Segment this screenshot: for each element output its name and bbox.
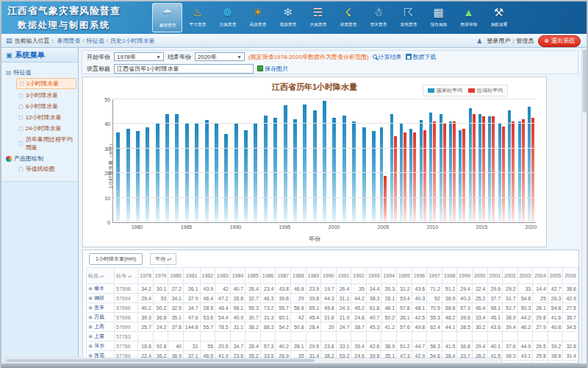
- station-name-cell[interactable]: ◉上栗: [87, 332, 115, 342]
- horizontal-scrollbar-thumb[interactable]: [6, 359, 315, 362]
- col-header-year[interactable]: 1997: [427, 268, 442, 284]
- col-header-year[interactable]: 2004: [533, 268, 548, 284]
- radio-icon[interactable]: ◉: [88, 333, 93, 339]
- station-name-cell[interactable]: ◉万载: [87, 313, 115, 322]
- value-cell: 23.4: [260, 284, 276, 294]
- value-cell: 48.2: [442, 313, 457, 322]
- value-cell: [503, 332, 518, 342]
- save-image-button[interactable]: 保存图片: [257, 65, 288, 73]
- file-icon: ▢: [18, 93, 24, 99]
- radio-icon[interactable]: ◉: [88, 305, 93, 310]
- toolbar-item-雪灾普查[interactable]: ☃雪灾普查: [363, 3, 393, 32]
- breadcrumb-item[interactable]: 特征值: [87, 38, 104, 44]
- radio-icon[interactable]: ◉: [88, 353, 93, 358]
- col-header-station[interactable]: 站点 ▴▾: [87, 268, 115, 284]
- col-header-year[interactable]: 1988: [291, 268, 306, 284]
- toolbar-item-干旱普查[interactable]: ♨干旱普查: [182, 3, 212, 32]
- sidebar-item-24小时降水量[interactable]: ▢24小时降水量: [16, 124, 76, 133]
- col-header-year[interactable]: 1989: [306, 268, 321, 284]
- station-name-cell[interactable]: ◉修水: [87, 284, 115, 294]
- x-tick-label: 1990: [230, 224, 242, 230]
- value-cell: [230, 332, 245, 342]
- toolbar-item-大风普查[interactable]: ☴大风普查: [303, 3, 333, 32]
- regional-bar: [462, 129, 465, 222]
- col-header-year[interactable]: 1999: [457, 268, 473, 284]
- toolbar-item-系统设置[interactable]: ⚒系统设置: [484, 3, 514, 32]
- sidebar-item-历年暴雨过程平均雨量[interactable]: ▢历年暴雨过程平均雨量: [16, 135, 76, 152]
- horizontal-scrollbar[interactable]: [4, 358, 501, 364]
- col-header-year[interactable]: 1995: [397, 268, 412, 284]
- col-header-year[interactable]: 1982: [200, 268, 215, 284]
- value-cell: 55: [200, 342, 215, 351]
- col-header-year[interactable]: 1994: [381, 268, 397, 284]
- toolbar-item-图形审核[interactable]: ▲图形审核: [453, 3, 484, 32]
- sidebar-item-3小时降水量[interactable]: ▢3小时降水量: [16, 91, 76, 100]
- value-cell: 58.8: [291, 303, 306, 313]
- toolbar-item-label: 干旱普查: [189, 21, 206, 28]
- col-header-year[interactable]: 2006: [563, 268, 578, 284]
- col-header-year[interactable]: 1992: [351, 268, 367, 284]
- col-header-year[interactable]: 1979: [153, 268, 168, 284]
- sidebar-group-特征值[interactable]: ▤特征值: [6, 68, 76, 77]
- radio-icon[interactable]: ◉: [88, 295, 93, 300]
- col-header-year[interactable]: 2005: [548, 268, 563, 284]
- calc-result-button[interactable]: 计算结果: [373, 53, 402, 61]
- col-header-year[interactable]: 1978: [138, 268, 154, 284]
- col-header-station-id[interactable]: 站号 ▴▾: [115, 268, 138, 284]
- sidebar-item-12小时降水量[interactable]: ▢12小时降水量: [16, 113, 76, 122]
- value-cell: [548, 332, 563, 342]
- radio-icon[interactable]: ◉: [88, 314, 93, 319]
- radio-icon[interactable]: ◉: [88, 324, 93, 329]
- toolbar-item-台风普查[interactable]: ☸台风普查: [212, 3, 243, 32]
- vertical-scrollbar-thumb[interactable]: [583, 49, 587, 113]
- col-header-year[interactable]: 1990: [321, 268, 337, 284]
- bar-group-1987: [201, 99, 211, 222]
- col-header-year[interactable]: 2003: [517, 268, 533, 284]
- col-header-year[interactable]: 1984: [230, 268, 245, 284]
- col-header-year[interactable]: 2001: [487, 268, 503, 284]
- toolbar-item-暴雨普查[interactable]: ☂暴雨普查: [152, 3, 182, 32]
- x-tick-label: 2010: [427, 224, 439, 230]
- col-header-year[interactable]: 1981: [184, 268, 201, 284]
- col-header-year[interactable]: 1993: [366, 268, 381, 284]
- col-header-year[interactable]: 1987: [276, 268, 291, 284]
- col-header-year[interactable]: 1996: [412, 268, 427, 284]
- station-name-cell[interactable]: ◉上高: [87, 322, 115, 332]
- metric-button[interactable]: 1小时降水量(mm): [89, 253, 143, 265]
- sidebar-group-产品图绘制[interactable]: 产品图绘制: [6, 155, 76, 163]
- data-download-button[interactable]: 数据下载: [406, 53, 437, 61]
- radio-icon[interactable]: ◉: [88, 343, 93, 348]
- col-header-year[interactable]: 1985: [245, 268, 261, 284]
- sidebar-item-6小时降水量[interactable]: ▢6小时降水量: [16, 102, 76, 111]
- vertical-scrollbar[interactable]: [581, 48, 587, 364]
- breadcrumb-item[interactable]: 历史1小时降水量: [110, 38, 154, 44]
- col-header-year[interactable]: 1983: [215, 268, 231, 284]
- start-year-select[interactable]: 1978年 ▼: [114, 52, 164, 61]
- col-header-year[interactable]: 1998: [442, 268, 457, 284]
- end-year-select[interactable]: 2020年 ▼: [195, 52, 245, 61]
- breadcrumb-item[interactable]: 暴雨普查: [57, 38, 81, 44]
- col-header-year[interactable]: 1991: [336, 268, 351, 284]
- toolbar-item-综合风险[interactable]: ▦综合风险: [423, 3, 453, 32]
- value-cell: 43.1: [517, 351, 533, 361]
- toolbar-item-高温普查[interactable]: ☀高温普查: [243, 3, 273, 32]
- station-name-cell[interactable]: ◉铜鼓: [87, 294, 115, 303]
- sidebar-item-1小时降水量[interactable]: ▢1小时降水量: [16, 78, 76, 89]
- sort-year-dropdown[interactable]: 年份 ▴▾: [150, 253, 176, 265]
- sidebar-item-等值线绘图[interactable]: ▢等值线绘图: [16, 164, 76, 174]
- toolbar-item-雷电普查[interactable]: ☈雷电普查: [393, 3, 423, 32]
- value-cell: 60.1: [276, 313, 291, 322]
- col-header-year[interactable]: 2002: [503, 268, 518, 284]
- chart-title-input[interactable]: [114, 64, 254, 74]
- col-header-year[interactable]: 1986: [260, 268, 276, 284]
- logout-button[interactable]: ⊗ 退出系统: [538, 35, 581, 47]
- value-cell: 47.2: [215, 294, 231, 303]
- station-name-cell[interactable]: ◉萍乡: [87, 342, 115, 351]
- value-cell: 48.1: [412, 303, 427, 313]
- toolbar-item-低温普查[interactable]: ❄低温普查: [273, 3, 303, 32]
- radio-icon[interactable]: ◉: [88, 286, 93, 291]
- toolbar-item-冰雹普查[interactable]: ☇冰雹普查: [333, 3, 363, 32]
- col-header-year[interactable]: 1980: [168, 268, 184, 284]
- station-name-cell[interactable]: ◉宜丰: [87, 303, 115, 313]
- col-header-year[interactable]: 2000: [472, 268, 487, 284]
